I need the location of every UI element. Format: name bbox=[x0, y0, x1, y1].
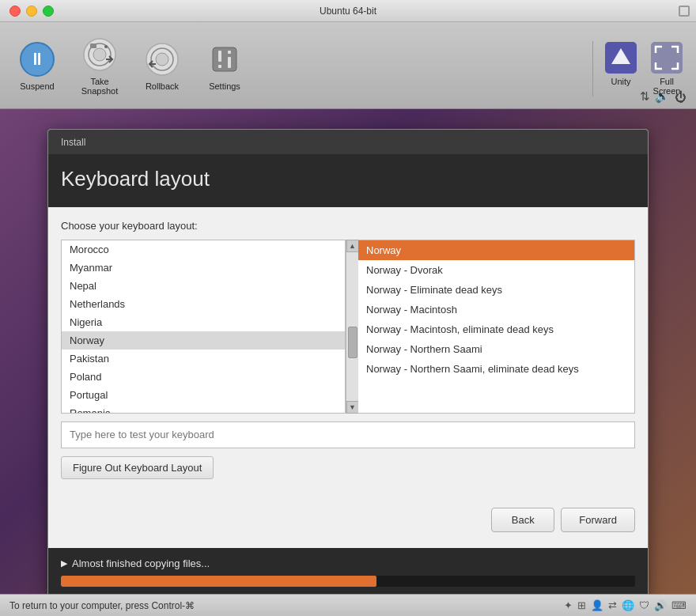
progress-fill bbox=[61, 576, 376, 587]
choose-label: Choose your keyboard layout: bbox=[61, 220, 635, 232]
back-button[interactable]: Back bbox=[491, 508, 554, 532]
snapshot-label: Take Snapshot bbox=[74, 77, 126, 96]
list-item[interactable]: Myanmar bbox=[62, 259, 345, 277]
list-item[interactable]: Romania bbox=[62, 404, 345, 413]
svg-rect-11 bbox=[228, 51, 231, 54]
list-item[interactable]: Poland bbox=[62, 368, 345, 386]
install-label: Install bbox=[61, 137, 85, 148]
settings-icon-wrap bbox=[206, 40, 244, 78]
list-item[interactable]: Portugal bbox=[62, 386, 345, 404]
rollback-label: Rollback bbox=[146, 81, 179, 91]
list-item[interactable]: Pakistan bbox=[62, 350, 345, 368]
svg-rect-10 bbox=[218, 65, 221, 68]
svg-rect-8 bbox=[213, 47, 236, 71]
svg-point-2 bbox=[93, 48, 106, 61]
list-item[interactable]: Morocco bbox=[62, 240, 345, 259]
list-item[interactable]: Norway - Northern Saami, eliminate dead … bbox=[358, 359, 634, 379]
rollback-icon bbox=[145, 42, 180, 77]
scroll-down-arrow[interactable]: ▼ bbox=[346, 401, 359, 414]
rollback-button[interactable]: Rollback bbox=[133, 34, 191, 97]
suspend-label: Suspend bbox=[20, 81, 54, 91]
keyboard-header: Keyboard layout bbox=[48, 154, 648, 207]
svg-rect-9 bbox=[218, 51, 221, 62]
nav-row: Back Forward bbox=[61, 508, 635, 532]
window-controls bbox=[9, 6, 54, 17]
list-item[interactable]: Norway - Macintosh bbox=[358, 300, 634, 319]
window-title: Ubuntu 64-bit bbox=[320, 6, 376, 17]
svg-rect-3 bbox=[90, 43, 96, 48]
install-header: Install bbox=[48, 130, 648, 154]
status-bar: To return to your computer, press Contro… bbox=[0, 594, 696, 616]
minimize-button[interactable] bbox=[26, 6, 37, 17]
progress-area: ▶ Almost finished copying files... bbox=[48, 548, 648, 596]
unity-button[interactable]: Unity bbox=[600, 37, 642, 91]
list-item[interactable]: Netherlands bbox=[62, 295, 345, 313]
settings-icon bbox=[207, 42, 242, 77]
close-button[interactable] bbox=[9, 6, 21, 17]
scroll-up-arrow[interactable]: ▲ bbox=[346, 240, 359, 252]
progress-track bbox=[61, 576, 635, 587]
keyboard-test-input[interactable] bbox=[61, 421, 635, 448]
list-item-selected[interactable]: Norway bbox=[62, 331, 345, 350]
left-scrollbar[interactable]: ▲ ▼ bbox=[346, 240, 358, 414]
keyboard-title: Keyboard layout bbox=[61, 167, 635, 191]
progress-text: Almost finished copying files... bbox=[72, 557, 210, 569]
resize-button[interactable] bbox=[679, 6, 690, 17]
list-item[interactable]: Norway - Eliminate dead keys bbox=[358, 280, 634, 300]
progress-label: ▶ Almost finished copying files... bbox=[61, 557, 635, 569]
maximize-button[interactable] bbox=[43, 6, 54, 17]
svg-rect-12 bbox=[228, 57, 231, 68]
svg-point-4 bbox=[104, 45, 108, 48]
titlebar: Ubuntu 64-bit bbox=[0, 0, 696, 22]
suspend-button[interactable]: Suspend bbox=[8, 34, 66, 97]
figure-out-button[interactable]: Figure Out Keyboard Layout bbox=[61, 456, 214, 479]
snapshot-icon bbox=[82, 37, 117, 72]
snapshot-button[interactable]: Take Snapshot bbox=[70, 29, 129, 102]
svg-point-7 bbox=[156, 53, 168, 66]
list-item[interactable]: Nepal bbox=[62, 277, 345, 295]
fullscreen-button[interactable]: Full Screen bbox=[645, 37, 688, 100]
progress-play-icon: ▶ bbox=[61, 558, 67, 569]
bluetooth-icon[interactable]: ✦ bbox=[564, 599, 573, 611]
user-icon[interactable]: 👤 bbox=[591, 599, 603, 611]
rollback-icon-wrap bbox=[143, 40, 181, 78]
settings-button[interactable]: Settings bbox=[195, 34, 254, 97]
list-item[interactable]: Norway - Dvorak bbox=[358, 260, 634, 280]
transfer-icon[interactable]: ⇄ bbox=[608, 599, 617, 611]
toolbar-right: Unity Full Screen bbox=[589, 31, 688, 100]
network-icon[interactable]: ⊞ bbox=[577, 599, 586, 611]
lists-row: Morocco Myanmar Nepal Netherlands Nigeri… bbox=[61, 240, 635, 414]
country-list[interactable]: Morocco Myanmar Nepal Netherlands Nigeri… bbox=[62, 240, 345, 413]
layout-list-container: Norway Norway - Dvorak Norway - Eliminat… bbox=[358, 240, 635, 414]
shield-icon[interactable]: 🛡 bbox=[639, 599, 649, 611]
status-text: To return to your computer, press Contro… bbox=[9, 600, 564, 611]
list-item[interactable]: Nigeria bbox=[62, 313, 345, 331]
globe-icon[interactable]: 🌐 bbox=[622, 599, 634, 611]
keyboard-icon[interactable]: ⌨ bbox=[671, 599, 687, 611]
fullscreen-label: Full Screen bbox=[649, 77, 685, 96]
scroll-track[interactable] bbox=[347, 252, 358, 401]
status-icons: ✦ ⊞ 👤 ⇄ 🌐 🛡 🔊 ⌨ bbox=[564, 599, 687, 611]
unity-icon bbox=[605, 42, 637, 74]
list-item[interactable]: Norway - Macintosh, eliminate dead keys bbox=[358, 319, 634, 339]
scroll-thumb[interactable] bbox=[348, 327, 357, 358]
toolbar-separator bbox=[592, 41, 593, 96]
toolbar-left: Suspend Take Snapshot bbox=[8, 29, 254, 102]
snapshot-icon-wrap bbox=[81, 36, 119, 74]
layout-list[interactable]: Norway Norway - Dvorak Norway - Eliminat… bbox=[358, 240, 634, 413]
country-list-container: Morocco Myanmar Nepal Netherlands Nigeri… bbox=[61, 240, 346, 414]
content-area: Choose your keyboard layout: Morocco Mya… bbox=[48, 207, 648, 548]
vm-window: Install Keyboard layout Choose your keyb… bbox=[47, 129, 649, 597]
suspend-icon bbox=[20, 42, 55, 77]
forward-button[interactable]: Forward bbox=[561, 508, 635, 532]
main-area: Install Keyboard layout Choose your keyb… bbox=[0, 109, 696, 616]
list-item[interactable]: Norway - Northern Saami bbox=[358, 339, 634, 359]
fullscreen-icon bbox=[651, 42, 683, 74]
unity-label: Unity bbox=[611, 77, 630, 86]
layout-item-selected[interactable]: Norway bbox=[358, 240, 634, 260]
settings-label: Settings bbox=[209, 81, 240, 91]
toolbar: Suspend Take Snapshot bbox=[0, 22, 696, 109]
volume-status-icon[interactable]: 🔊 bbox=[654, 599, 667, 611]
suspend-icon-wrap bbox=[18, 40, 56, 78]
